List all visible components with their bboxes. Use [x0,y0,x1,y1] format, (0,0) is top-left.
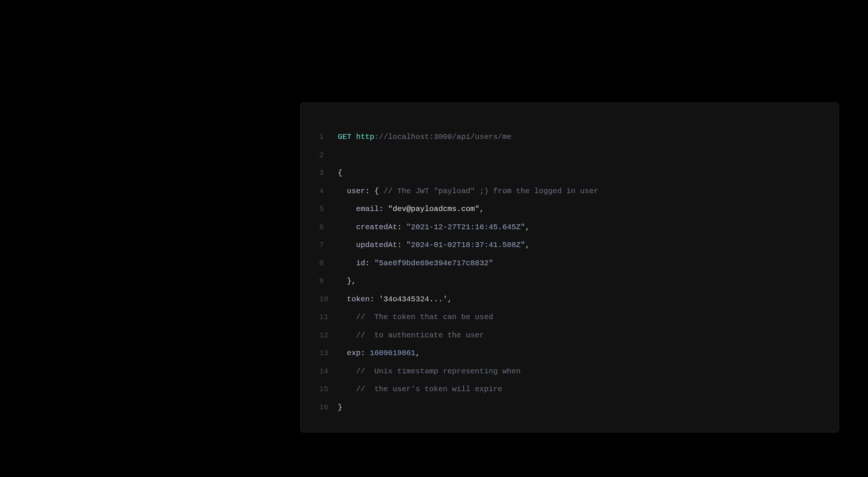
line-content: { [338,164,820,182]
json-key: exp [347,349,361,357]
code-line-14: 14 // Unix timestamp representing when [319,363,820,381]
line-content: // The token that can be used [338,308,820,327]
brace: } [338,403,342,412]
line-content: updatedAt: "2024-01-02T18:37:41.588Z", [338,236,820,254]
line-number: 11 [319,308,338,327]
code-line-13: 13 exp: 1609619861, [319,344,820,363]
line-number: 4 [319,182,338,201]
line-content: createdAt: "2021-12-27T21:16:45.645Z", [338,218,820,237]
line-content: } [338,399,820,417]
colon: : [397,223,407,231]
code-block: 1 GET http://localhost:3000/api/users/me… [300,103,839,432]
line-number: 2 [319,146,338,165]
json-key: createdAt [356,223,397,231]
code-line-16: 16 } [319,399,820,417]
json-value: "2021-12-27T21:16:45.645Z" [407,223,525,231]
brace: { [374,187,379,195]
json-key: email [356,205,379,213]
line-content: // the user's token will expire [338,380,820,399]
code-line-1: 1 GET http://localhost:3000/api/users/me [319,128,820,146]
colon: : [379,205,388,213]
comment: // Unix timestamp representing when [356,367,521,376]
url-path: ://localhost:3000/api/users/me [374,133,511,141]
line-content: exp: 1609619861, [338,344,820,363]
json-value: '34o4345324...' [379,295,448,304]
line-content: // to authenticate the user [338,327,820,345]
line-content [338,146,820,165]
code-line-6: 6 createdAt: "2021-12-27T21:16:45.645Z", [319,218,820,237]
code-line-15: 15 // the user's token will expire [319,380,820,399]
colon: : [370,295,379,304]
line-content: user: { // The JWT "payload" ;) from the… [338,182,820,201]
comment: // The token that can be used [356,313,493,321]
line-content: // Unix timestamp representing when [338,363,820,381]
code-line-2: 2 [319,146,820,165]
code-line-8: 8 id: "5ae8f9bde69e394e717c8832" [319,254,820,273]
line-number: 12 [319,327,338,345]
line-number: 8 [319,254,338,273]
comma: , [479,205,484,213]
code-line-7: 7 updatedAt: "2024-01-02T18:37:41.588Z", [319,236,820,254]
line-number: 13 [319,344,338,363]
json-key: updatedAt [356,241,397,249]
json-value: "dev@payloadcms.com" [388,205,479,213]
json-key: id [356,259,365,267]
line-content: }, [338,272,820,291]
line-number: 15 [319,380,338,399]
comma: , [525,241,529,249]
brace: { [338,169,342,177]
line-content: email: "dev@payloadcms.com", [338,200,820,218]
json-value: "2024-01-02T18:37:41.588Z" [407,241,525,249]
code-line-9: 9 }, [319,272,820,291]
line-number: 1 [319,128,338,146]
line-number: 5 [319,200,338,218]
colon: : [361,349,370,357]
comment: // the user's token will expire [356,385,502,393]
line-number: 7 [319,236,338,254]
colon: : [397,241,407,249]
line-number: 10 [319,291,338,309]
http-method: GET [338,133,352,141]
line-number: 9 [319,272,338,291]
json-value: "5ae8f9bde69e394e717c8832" [374,259,493,267]
colon: : [365,187,375,195]
line-content: GET http://localhost:3000/api/users/me [338,128,820,146]
brace-close: }, [347,277,356,285]
comment: // to authenticate the user [356,331,484,340]
comma: , [525,223,529,231]
code-line-5: 5 email: "dev@payloadcms.com", [319,200,820,218]
line-number: 6 [319,218,338,237]
code-line-12: 12 // to authenticate the user [319,327,820,345]
line-content: id: "5ae8f9bde69e394e717c8832" [338,254,820,273]
comma: , [415,349,420,357]
line-number: 3 [319,164,338,182]
json-value: 1609619861 [370,349,415,357]
json-key: token [347,295,370,304]
comma: , [447,295,452,304]
line-content: token: '34o4345324...', [338,291,820,309]
line-number: 16 [319,399,338,417]
line-number: 14 [319,363,338,381]
code-line-3: 3 { [319,164,820,182]
comment: // The JWT "payload" ;) from the logged … [383,187,598,195]
code-line-10: 10 token: '34o4345324...', [319,291,820,309]
colon: : [365,259,375,267]
code-line-11: 11 // The token that can be used [319,308,820,327]
json-key: user [347,187,365,195]
url-protocol: http [356,133,374,141]
code-line-4: 4 user: { // The JWT "payload" ;) from t… [319,182,820,201]
